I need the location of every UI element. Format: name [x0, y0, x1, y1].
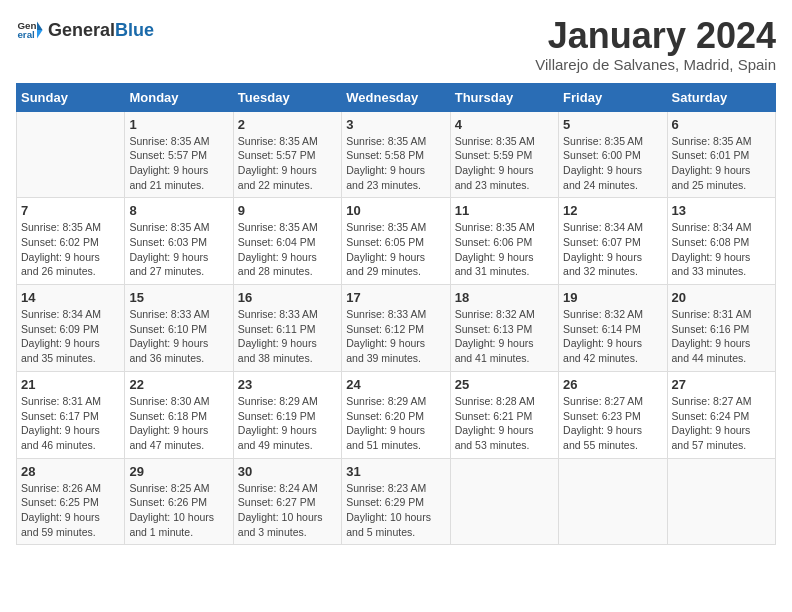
date-number: 14 [21, 290, 120, 305]
week-row-3: 14Sunrise: 8:34 AMSunset: 6:09 PMDayligh… [17, 285, 776, 372]
calendar-cell: 8Sunrise: 8:35 AMSunset: 6:03 PMDaylight… [125, 198, 233, 285]
calendar-cell [667, 458, 775, 545]
week-row-2: 7Sunrise: 8:35 AMSunset: 6:02 PMDaylight… [17, 198, 776, 285]
calendar-cell: 26Sunrise: 8:27 AMSunset: 6:23 PMDayligh… [559, 371, 667, 458]
calendar-cell: 10Sunrise: 8:35 AMSunset: 6:05 PMDayligh… [342, 198, 450, 285]
date-number: 21 [21, 377, 120, 392]
svg-marker-3 [37, 30, 43, 38]
logo-general-text: General [48, 21, 115, 39]
calendar-cell: 30Sunrise: 8:24 AMSunset: 6:27 PMDayligh… [233, 458, 341, 545]
day-header-tuesday: Tuesday [233, 83, 341, 111]
calendar-cell: 2Sunrise: 8:35 AMSunset: 5:57 PMDaylight… [233, 111, 341, 198]
calendar-cell: 24Sunrise: 8:29 AMSunset: 6:20 PMDayligh… [342, 371, 450, 458]
week-row-5: 28Sunrise: 8:26 AMSunset: 6:25 PMDayligh… [17, 458, 776, 545]
day-header-monday: Monday [125, 83, 233, 111]
date-number: 25 [455, 377, 554, 392]
date-number: 2 [238, 117, 337, 132]
cell-info: Sunrise: 8:33 AMSunset: 6:12 PMDaylight:… [346, 307, 445, 366]
date-number: 5 [563, 117, 662, 132]
svg-text:eral: eral [17, 29, 35, 40]
cell-info: Sunrise: 8:35 AMSunset: 6:00 PMDaylight:… [563, 134, 662, 193]
date-number: 17 [346, 290, 445, 305]
cell-info: Sunrise: 8:35 AMSunset: 5:57 PMDaylight:… [238, 134, 337, 193]
date-number: 30 [238, 464, 337, 479]
cell-info: Sunrise: 8:29 AMSunset: 6:20 PMDaylight:… [346, 394, 445, 453]
cell-info: Sunrise: 8:34 AMSunset: 6:08 PMDaylight:… [672, 220, 771, 279]
date-number: 8 [129, 203, 228, 218]
calendar-cell: 5Sunrise: 8:35 AMSunset: 6:00 PMDaylight… [559, 111, 667, 198]
cell-info: Sunrise: 8:33 AMSunset: 6:11 PMDaylight:… [238, 307, 337, 366]
calendar-cell: 6Sunrise: 8:35 AMSunset: 6:01 PMDaylight… [667, 111, 775, 198]
date-number: 15 [129, 290, 228, 305]
cell-info: Sunrise: 8:29 AMSunset: 6:19 PMDaylight:… [238, 394, 337, 453]
cell-info: Sunrise: 8:35 AMSunset: 5:58 PMDaylight:… [346, 134, 445, 193]
calendar-cell: 3Sunrise: 8:35 AMSunset: 5:58 PMDaylight… [342, 111, 450, 198]
calendar-cell: 9Sunrise: 8:35 AMSunset: 6:04 PMDaylight… [233, 198, 341, 285]
cell-info: Sunrise: 8:26 AMSunset: 6:25 PMDaylight:… [21, 481, 120, 540]
cell-info: Sunrise: 8:35 AMSunset: 6:06 PMDaylight:… [455, 220, 554, 279]
calendar-cell: 4Sunrise: 8:35 AMSunset: 5:59 PMDaylight… [450, 111, 558, 198]
main-title: January 2024 [535, 16, 776, 56]
date-number: 18 [455, 290, 554, 305]
header-row: SundayMondayTuesdayWednesdayThursdayFrid… [17, 83, 776, 111]
date-number: 23 [238, 377, 337, 392]
calendar-cell: 14Sunrise: 8:34 AMSunset: 6:09 PMDayligh… [17, 285, 125, 372]
date-number: 24 [346, 377, 445, 392]
cell-info: Sunrise: 8:35 AMSunset: 5:59 PMDaylight:… [455, 134, 554, 193]
date-number: 28 [21, 464, 120, 479]
cell-info: Sunrise: 8:31 AMSunset: 6:16 PMDaylight:… [672, 307, 771, 366]
svg-marker-2 [37, 22, 43, 30]
day-header-thursday: Thursday [450, 83, 558, 111]
calendar-cell: 11Sunrise: 8:35 AMSunset: 6:06 PMDayligh… [450, 198, 558, 285]
date-number: 13 [672, 203, 771, 218]
date-number: 31 [346, 464, 445, 479]
day-header-wednesday: Wednesday [342, 83, 450, 111]
day-header-sunday: Sunday [17, 83, 125, 111]
cell-info: Sunrise: 8:28 AMSunset: 6:21 PMDaylight:… [455, 394, 554, 453]
cell-info: Sunrise: 8:34 AMSunset: 6:09 PMDaylight:… [21, 307, 120, 366]
cell-info: Sunrise: 8:34 AMSunset: 6:07 PMDaylight:… [563, 220, 662, 279]
cell-info: Sunrise: 8:35 AMSunset: 6:04 PMDaylight:… [238, 220, 337, 279]
calendar-cell: 12Sunrise: 8:34 AMSunset: 6:07 PMDayligh… [559, 198, 667, 285]
date-number: 7 [21, 203, 120, 218]
calendar-cell [17, 111, 125, 198]
calendar-cell: 20Sunrise: 8:31 AMSunset: 6:16 PMDayligh… [667, 285, 775, 372]
cell-info: Sunrise: 8:35 AMSunset: 6:05 PMDaylight:… [346, 220, 445, 279]
cell-info: Sunrise: 8:24 AMSunset: 6:27 PMDaylight:… [238, 481, 337, 540]
cell-info: Sunrise: 8:35 AMSunset: 6:01 PMDaylight:… [672, 134, 771, 193]
logo-icon: Gen eral [16, 16, 44, 44]
page-header: Gen eral GeneralBlue January 2024 Villar… [16, 16, 776, 73]
calendar-cell: 7Sunrise: 8:35 AMSunset: 6:02 PMDaylight… [17, 198, 125, 285]
cell-info: Sunrise: 8:27 AMSunset: 6:24 PMDaylight:… [672, 394, 771, 453]
calendar-cell: 16Sunrise: 8:33 AMSunset: 6:11 PMDayligh… [233, 285, 341, 372]
cell-info: Sunrise: 8:35 AMSunset: 5:57 PMDaylight:… [129, 134, 228, 193]
date-number: 16 [238, 290, 337, 305]
date-number: 27 [672, 377, 771, 392]
calendar-cell: 18Sunrise: 8:32 AMSunset: 6:13 PMDayligh… [450, 285, 558, 372]
date-number: 1 [129, 117, 228, 132]
calendar-cell: 31Sunrise: 8:23 AMSunset: 6:29 PMDayligh… [342, 458, 450, 545]
cell-info: Sunrise: 8:27 AMSunset: 6:23 PMDaylight:… [563, 394, 662, 453]
date-number: 6 [672, 117, 771, 132]
calendar-cell: 23Sunrise: 8:29 AMSunset: 6:19 PMDayligh… [233, 371, 341, 458]
calendar-cell: 29Sunrise: 8:25 AMSunset: 6:26 PMDayligh… [125, 458, 233, 545]
cell-info: Sunrise: 8:32 AMSunset: 6:14 PMDaylight:… [563, 307, 662, 366]
date-number: 29 [129, 464, 228, 479]
date-number: 11 [455, 203, 554, 218]
calendar-cell: 19Sunrise: 8:32 AMSunset: 6:14 PMDayligh… [559, 285, 667, 372]
calendar-cell [559, 458, 667, 545]
day-header-friday: Friday [559, 83, 667, 111]
calendar-cell: 13Sunrise: 8:34 AMSunset: 6:08 PMDayligh… [667, 198, 775, 285]
cell-info: Sunrise: 8:33 AMSunset: 6:10 PMDaylight:… [129, 307, 228, 366]
calendar-cell: 15Sunrise: 8:33 AMSunset: 6:10 PMDayligh… [125, 285, 233, 372]
date-number: 20 [672, 290, 771, 305]
date-number: 26 [563, 377, 662, 392]
cell-info: Sunrise: 8:35 AMSunset: 6:03 PMDaylight:… [129, 220, 228, 279]
day-header-saturday: Saturday [667, 83, 775, 111]
calendar-table: SundayMondayTuesdayWednesdayThursdayFrid… [16, 83, 776, 546]
title-block: January 2024 Villarejo de Salvanes, Madr… [535, 16, 776, 73]
calendar-cell: 25Sunrise: 8:28 AMSunset: 6:21 PMDayligh… [450, 371, 558, 458]
calendar-cell [450, 458, 558, 545]
date-number: 12 [563, 203, 662, 218]
calendar-cell: 22Sunrise: 8:30 AMSunset: 6:18 PMDayligh… [125, 371, 233, 458]
